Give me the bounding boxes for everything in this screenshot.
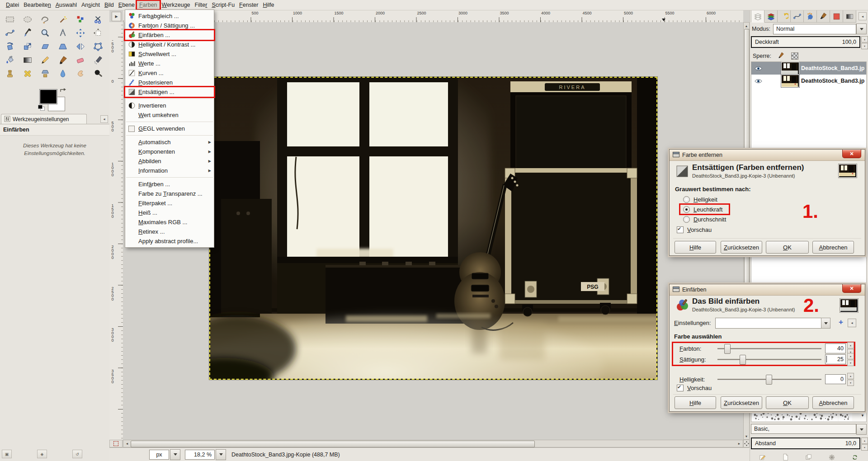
dock-menu-button[interactable]: ◄: [859, 12, 867, 20]
save-tool-preset-button[interactable]: ▣: [2, 450, 12, 458]
add-preset-icon[interactable]: +: [837, 318, 845, 328]
menu-item-entsättigen[interactable]: Entsättigen ...: [125, 87, 214, 97]
radio-selected-icon[interactable]: [683, 206, 690, 213]
menu-item-komponenten[interactable]: Komponenten▶: [125, 147, 214, 156]
opacity-slider[interactable]: Deckkraft 100,0: [751, 36, 860, 48]
preview-check-row[interactable]: Vorschau: [677, 385, 712, 391]
radio-leuchtkraft[interactable]: Leuchtkraft: [680, 205, 729, 214]
image-menu-button[interactable]: ▶: [112, 12, 121, 21]
tool-dodge-burn[interactable]: [90, 67, 106, 80]
button-hilfe[interactable]: Hilfe: [675, 396, 716, 409]
button-hilfe[interactable]: Hilfe: [675, 241, 716, 254]
slider-helligkeit[interactable]: Helligkeit:0▲▼: [673, 374, 854, 385]
menu-item-helligkeit-kontrast[interactable]: Helligkeit / Kontrast ...: [125, 40, 214, 49]
radio-helligkeit[interactable]: Helligkeit: [680, 195, 729, 204]
slider-handle[interactable]: [724, 344, 731, 354]
tool-airbrush[interactable]: [90, 54, 106, 66]
tool-smudge[interactable]: [73, 67, 88, 80]
tool-flip[interactable]: [73, 40, 88, 53]
tool-paths[interactable]: [2, 27, 18, 39]
menu-item-invertieren[interactable]: Invertieren: [125, 101, 214, 110]
menubar-item-script-fu[interactable]: Script-Fu: [209, 1, 237, 9]
tool-free-select[interactable]: [38, 13, 53, 26]
slider-value-field[interactable]: 0: [825, 374, 846, 384]
tool-pencil[interactable]: [38, 54, 53, 66]
menu-item-farbe-zu-transparenz[interactable]: Farbe zu Transparenz ...: [125, 189, 214, 198]
tool-select-by-color[interactable]: [73, 13, 88, 26]
horizontal-scrollbar[interactable]: ◄ ►: [123, 440, 743, 447]
menu-item-apply-abstract-profile[interactable]: Apply abstract profile...: [125, 236, 214, 246]
lock-paint-icon[interactable]: [778, 52, 785, 60]
delete-brush-button[interactable]: [824, 453, 840, 461]
tool-rect-select[interactable]: [2, 13, 18, 26]
preview-check-row[interactable]: Vorschau: [677, 226, 712, 233]
menu-item-einfärben[interactable]: Einfärben ...: [125, 179, 214, 189]
spin-up-icon[interactable]: ▲: [847, 373, 854, 379]
slider-handle[interactable]: [740, 355, 746, 365]
tool-scissors-select[interactable]: [90, 13, 106, 26]
tool-rotate[interactable]: [2, 40, 18, 53]
spin-up-icon[interactable]: ▲: [861, 437, 868, 444]
button-ok[interactable]: OK: [766, 241, 809, 254]
tool-perspective-clone[interactable]: [38, 67, 53, 80]
spacing-slider[interactable]: Abstand 10,0: [751, 437, 860, 449]
horizontal-ruler[interactable]: 5001000150020002500300035004000450050005…: [123, 10, 743, 23]
tool-heal[interactable]: [20, 67, 35, 80]
spin-up-icon[interactable]: ▲: [847, 342, 854, 348]
scroll-down-icon[interactable]: ▼: [744, 434, 749, 438]
tab-layers[interactable]: [751, 10, 764, 23]
menu-item-posterisieren[interactable]: Posterisieren: [125, 78, 214, 87]
slider-track[interactable]: [717, 355, 821, 364]
spin-down-icon[interactable]: ▼: [861, 444, 868, 451]
visibility-eye-icon[interactable]: [751, 78, 765, 84]
scroll-left-icon[interactable]: ◄: [124, 440, 130, 447]
brush-preset-select[interactable]: Basic,: [751, 424, 856, 434]
menu-item-werte[interactable]: Werte ...: [125, 59, 214, 68]
menu-item-farbabgleich[interactable]: Farbabgleich ...: [125, 11, 214, 21]
menubar-item-ansicht[interactable]: Ansicht: [79, 1, 102, 9]
menubar-item-ebene[interactable]: Ebene: [116, 1, 137, 9]
tab-brushes[interactable]: [817, 10, 830, 23]
menubar-item-fenster[interactable]: Fenster: [237, 1, 260, 9]
menubar-item-farben[interactable]: Farben: [137, 1, 160, 9]
slider-sättigung[interactable]: Sättigung:25▲▼: [673, 354, 854, 365]
tab-tool-options[interactable]: Werkzeugeinstellungen: [1, 114, 87, 124]
brush-scroll-icon[interactable]: ▼: [859, 414, 866, 418]
tool-paintbrush[interactable]: [55, 54, 71, 66]
tool-fuzzy-select[interactable]: [55, 13, 71, 26]
tool-perspective[interactable]: [55, 40, 71, 53]
menu-item-wert-umkehren[interactable]: Wert umkehren: [125, 110, 214, 120]
slider-value-field[interactable]: 25: [825, 354, 846, 364]
new-brush-button[interactable]: [778, 453, 794, 461]
tool-zoom[interactable]: [38, 27, 53, 39]
slider-track[interactable]: [717, 344, 821, 353]
button-ok[interactable]: OK: [766, 396, 809, 409]
unit-dropdown-button[interactable]: [170, 449, 180, 460]
spin-down-icon[interactable]: ▼: [861, 43, 868, 49]
settings-dropdown-button[interactable]: [821, 318, 830, 329]
foreground-color-swatch[interactable]: [40, 89, 57, 104]
preset-menu-button[interactable]: ◄: [848, 319, 856, 327]
tool-align[interactable]: [90, 27, 106, 39]
reset-tool-preset-button[interactable]: ↺: [72, 450, 82, 458]
layer-row-0[interactable]: DeathtoStock_Band3.jp: [751, 62, 866, 75]
menubar-item-auswahl[interactable]: Auswahl: [53, 1, 79, 9]
image-layer-boundary[interactable]: RIVERA PSG: [209, 77, 657, 380]
menu-item-information[interactable]: Information▶: [125, 166, 214, 175]
dialog-titlebar[interactable]: Farbe entfernen ✕: [670, 150, 865, 161]
menubar-item-hilfe[interactable]: Hilfe: [260, 1, 276, 9]
spin-up-icon[interactable]: ▲: [861, 36, 868, 42]
menu-item-maximales-rgb[interactable]: Maximales RGB ...: [125, 217, 214, 227]
menu-item-filterpaket[interactable]: Filterpaket ...: [125, 198, 214, 208]
menu-item-kurven[interactable]: Kurven ...: [125, 68, 214, 78]
restore-tool-preset-button[interactable]: ◈: [37, 450, 47, 458]
menu-item-schwellwert[interactable]: Schwellwert ...: [125, 49, 214, 59]
refresh-brushes-button[interactable]: [847, 453, 863, 461]
menu-item-retinex[interactable]: Retinex ...: [125, 227, 214, 236]
canvas-viewport[interactable]: RIVERA PSG: [123, 22, 743, 440]
mode-select[interactable]: Normal: [773, 24, 856, 34]
scroll-right-icon[interactable]: ►: [736, 440, 742, 447]
settings-select[interactable]: [715, 318, 822, 329]
zoom-field[interactable]: 18,2 %: [185, 450, 215, 460]
tab-undo-history[interactable]: [778, 10, 791, 23]
